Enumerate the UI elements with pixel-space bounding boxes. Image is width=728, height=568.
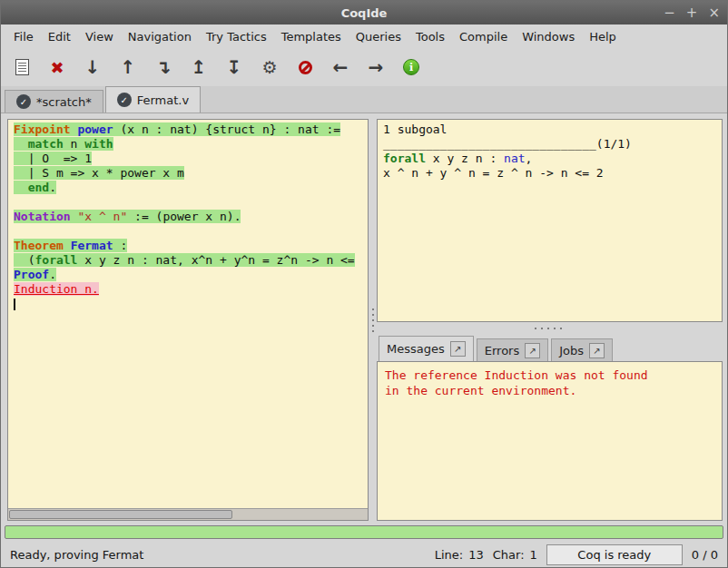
arrow-left-icon: ← — [333, 56, 349, 78]
go-to-start-button[interactable]: ↥ — [185, 53, 212, 82]
backward-step-button[interactable]: ↑ — [114, 53, 142, 82]
line-label: Line: — [435, 548, 463, 562]
horizontal-splitter[interactable] — [377, 322, 723, 334]
vertical-splitter[interactable] — [369, 119, 377, 521]
menu-file[interactable]: File — [6, 27, 41, 46]
arrow-to-top-icon: ↥ — [192, 56, 207, 78]
tab-messages[interactable]: Messages ↗ — [379, 336, 474, 361]
title-bar[interactable]: CoqIde − + × — [1, 1, 727, 24]
tab-fermat[interactable]: ✓ Fermat.v — [105, 86, 201, 113]
detach-icon[interactable]: ↗ — [589, 343, 605, 358]
menu-queries[interactable]: Queries — [349, 27, 408, 46]
goals-view: 1 subgoal______________________________(… — [377, 119, 723, 322]
tab-fermat-label: Fermat.v — [137, 93, 189, 107]
status-bar: Ready, proving Fermat Line: 13 Char: 1 C… — [1, 542, 727, 567]
stop-icon — [299, 61, 312, 74]
arrow-to-bottom-icon: ↧ — [227, 56, 242, 78]
info-icon: i — [403, 59, 419, 75]
menu-templates[interactable]: Templates — [274, 27, 349, 46]
jobs-counter: 0 / 0 — [692, 548, 718, 562]
menu-edit[interactable]: Edit — [41, 27, 78, 46]
tab-errors[interactable]: Errors ↗ — [477, 338, 548, 361]
scrollbar-thumb[interactable] — [9, 510, 232, 519]
script-editor-pane: Fixpoint power (x n : nat) {struct n} : … — [7, 119, 369, 521]
coqide-window: CoqIde − + × File Edit View Navigation T… — [0, 0, 728, 568]
tab-scratch-label: *scratch* — [36, 95, 92, 109]
arrow-down-icon: ↓ — [85, 56, 101, 78]
arrow-to-cursor-icon: ↴ — [156, 56, 172, 78]
previous-occurrence-button[interactable]: ← — [327, 53, 354, 82]
toolbar: ✖ ↓ ↑ ↴ ↥ ↧ ⚙ ← → i — [1, 48, 727, 86]
progress-bar — [5, 525, 723, 539]
line-value: 13 — [468, 548, 484, 562]
char-value: 1 — [530, 548, 537, 562]
next-occurrence-button[interactable]: → — [362, 53, 389, 82]
menu-windows[interactable]: Windows — [515, 27, 582, 46]
menu-try-tactics[interactable]: Try Tactics — [199, 27, 274, 46]
horizontal-scrollbar[interactable] — [8, 508, 368, 520]
tab-jobs-label: Jobs — [559, 344, 584, 357]
interrupt-button[interactable] — [291, 53, 319, 82]
close-button[interactable]: × — [708, 6, 720, 20]
run-to-end-button[interactable]: ↧ — [221, 53, 248, 82]
tab-messages-label: Messages — [387, 342, 445, 356]
menu-bar: File Edit View Navigation Try Tactics Te… — [1, 24, 727, 48]
detach-icon[interactable]: ↗ — [525, 343, 540, 358]
tab-errors-label: Errors — [485, 344, 519, 357]
menu-tools[interactable]: Tools — [408, 27, 452, 46]
arrow-right-icon: → — [369, 56, 384, 78]
document-tab-bar: ✓ *scratch* ✓ Fermat.v — [1, 86, 727, 113]
char-label: Char: — [493, 548, 525, 562]
messages-view: The reference Induction was not foundin … — [377, 361, 723, 521]
menu-compile[interactable]: Compile — [452, 27, 515, 46]
right-column: 1 subgoal______________________________(… — [377, 119, 723, 521]
new-document-button[interactable] — [8, 53, 35, 82]
go-to-cursor-button[interactable]: ↴ — [150, 53, 177, 82]
tab-scratch[interactable]: ✓ *scratch* — [5, 90, 103, 113]
gear-icon: ⚙ — [261, 57, 277, 77]
main-split: Fixpoint power (x n : nat) {struct n} : … — [1, 113, 727, 523]
menu-navigation[interactable]: Navigation — [121, 27, 199, 46]
coq-status: Coq is ready — [546, 544, 683, 565]
arrow-up-icon: ↑ — [121, 56, 136, 78]
menu-view[interactable]: View — [78, 27, 121, 46]
window-controls: − + × — [664, 1, 720, 24]
detach-icon[interactable]: ↗ — [450, 341, 466, 357]
new-document-icon — [15, 59, 29, 75]
minimize-button[interactable]: − — [664, 6, 675, 20]
forward-step-button[interactable]: ↓ — [79, 53, 106, 82]
window-title: CoqIde — [1, 6, 727, 20]
check-icon: ✓ — [16, 94, 31, 109]
tab-jobs[interactable]: Jobs ↗ — [551, 338, 613, 361]
about-button[interactable]: i — [398, 53, 425, 82]
close-document-button[interactable]: ✖ — [44, 53, 71, 82]
maximize-button[interactable]: + — [686, 6, 698, 20]
check-icon: ✓ — [117, 93, 132, 107]
menu-help[interactable]: Help — [582, 27, 624, 46]
status-message: Ready, proving Fermat — [10, 548, 426, 562]
script-editor[interactable]: Fixpoint power (x n : nat) {struct n} : … — [8, 120, 368, 508]
close-document-icon: ✖ — [50, 58, 64, 77]
console-tab-bar: Messages ↗ Errors ↗ Jobs ↗ — [377, 334, 723, 361]
fully-check-button[interactable]: ⚙ — [256, 53, 283, 82]
